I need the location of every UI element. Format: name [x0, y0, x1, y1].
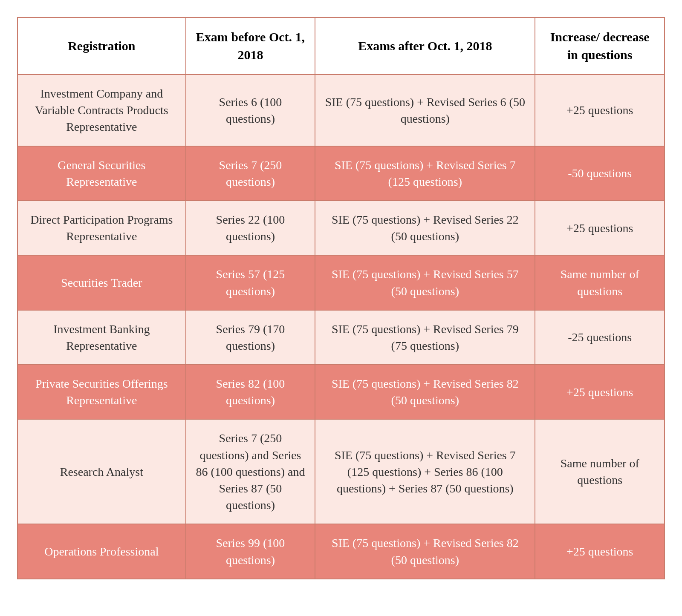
- cell-before: Series 7 (250 questions): [186, 146, 315, 201]
- cell-after: SIE (75 questions) + Revised Series 7 (1…: [315, 146, 535, 201]
- cell-registration: Investment Company and Variable Contract…: [17, 75, 186, 146]
- table-row-6: Research AnalystSeries 7 (250 questions)…: [17, 419, 665, 524]
- cell-registration: Operations Professional: [17, 524, 186, 579]
- header-change: Increase/ decrease in questions: [535, 17, 665, 75]
- table-header-row: Registration Exam before Oct. 1, 2018 Ex…: [17, 17, 665, 75]
- cell-after: SIE (75 questions) + Revised Series 7 (1…: [315, 419, 535, 524]
- cell-before: Series 6 (100 questions): [186, 75, 315, 146]
- cell-before: Series 99 (100 questions): [186, 524, 315, 579]
- cell-before: Series 79 (170 questions): [186, 310, 315, 365]
- cell-registration: Private Securities Offerings Representat…: [17, 365, 186, 419]
- cell-registration: General Securities Representative: [17, 146, 186, 201]
- header-after: Exams after Oct. 1, 2018: [315, 17, 535, 75]
- table-row-7: Operations ProfessionalSeries 99 (100 qu…: [17, 524, 665, 579]
- cell-before: Series 57 (125 questions): [186, 255, 315, 310]
- cell-change: Same number of questions: [535, 255, 665, 310]
- cell-change: Same number of questions: [535, 419, 665, 524]
- cell-change: +25 questions: [535, 365, 665, 419]
- cell-change: +25 questions: [535, 75, 665, 146]
- table-row-3: Securities TraderSeries 57 (125 question…: [17, 255, 665, 310]
- cell-change: +25 questions: [535, 201, 665, 255]
- table-row-0: Investment Company and Variable Contract…: [17, 75, 665, 146]
- cell-after: SIE (75 questions) + Revised Series 82 (…: [315, 524, 535, 579]
- main-table-container: Registration Exam before Oct. 1, 2018 Ex…: [17, 17, 665, 579]
- cell-after: SIE (75 questions) + Revised Series 6 (5…: [315, 75, 535, 146]
- cell-after: SIE (75 questions) + Revised Series 57 (…: [315, 255, 535, 310]
- cell-before: Series 82 (100 questions): [186, 365, 315, 419]
- header-registration: Registration: [17, 17, 186, 75]
- cell-change: +25 questions: [535, 524, 665, 579]
- cell-registration: Direct Participation Programs Representa…: [17, 201, 186, 255]
- exam-comparison-table: Registration Exam before Oct. 1, 2018 Ex…: [17, 17, 665, 579]
- cell-change: -50 questions: [535, 146, 665, 201]
- table-row-4: Investment Banking RepresentativeSeries …: [17, 310, 665, 365]
- cell-registration: Research Analyst: [17, 419, 186, 524]
- header-before: Exam before Oct. 1, 2018: [186, 17, 315, 75]
- cell-registration: Investment Banking Representative: [17, 310, 186, 365]
- cell-before: Series 7 (250 questions) and Series 86 (…: [186, 419, 315, 524]
- cell-registration: Securities Trader: [17, 255, 186, 310]
- table-row-1: General Securities RepresentativeSeries …: [17, 146, 665, 201]
- cell-after: SIE (75 questions) + Revised Series 82 (…: [315, 365, 535, 419]
- cell-after: SIE (75 questions) + Revised Series 22 (…: [315, 201, 535, 255]
- table-row-5: Private Securities Offerings Representat…: [17, 365, 665, 419]
- cell-change: -25 questions: [535, 310, 665, 365]
- table-row-2: Direct Participation Programs Representa…: [17, 201, 665, 255]
- cell-before: Series 22 (100 questions): [186, 201, 315, 255]
- cell-after: SIE (75 questions) + Revised Series 79 (…: [315, 310, 535, 365]
